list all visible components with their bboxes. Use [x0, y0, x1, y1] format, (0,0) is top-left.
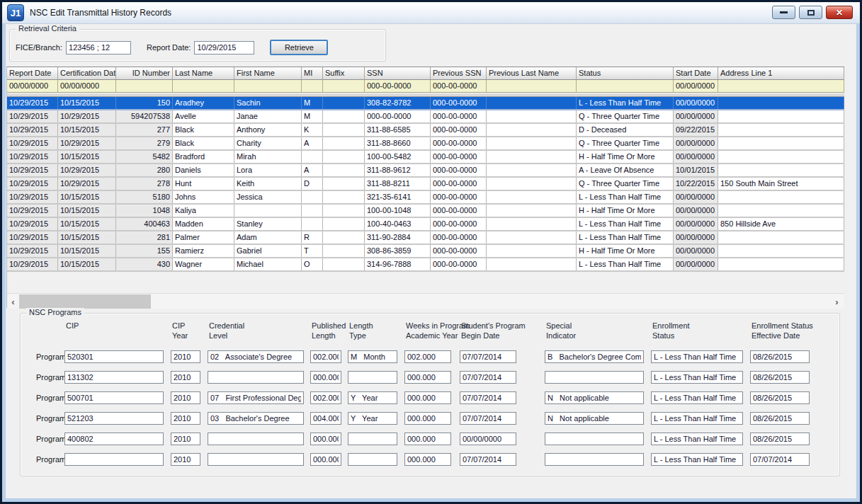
program-4-credential-input[interactable] [208, 412, 304, 425]
program-1-special-input[interactable] [545, 350, 644, 363]
program-6-weeks-input[interactable] [404, 453, 451, 466]
grid-row[interactable]: 10/29/201510/15/2015430WagnerMichaelO314… [7, 258, 844, 272]
program-5-enrollment-input[interactable] [651, 433, 743, 445]
program-2-enrollment-input[interactable] [651, 371, 743, 384]
program-4-published-input[interactable] [310, 412, 341, 425]
program-5-credential-input[interactable] [208, 433, 304, 445]
grid-row[interactable]: 10/29/201510/15/2015281PalmerAdamR311-90… [7, 231, 844, 245]
scroll-right-arrow-icon[interactable]: › [831, 294, 843, 309]
column-header-ssn[interactable]: SSN [365, 67, 431, 80]
program-3-weeks-input[interactable] [404, 391, 451, 404]
program-5-published-input[interactable] [310, 433, 341, 445]
program-2-special-input[interactable] [545, 371, 644, 384]
filter-cell-previous-last-name[interactable] [487, 80, 577, 93]
grid-row[interactable]: 10/29/201510/15/20155482BradfordMirah100… [7, 151, 844, 164]
retrieve-button[interactable]: Retrieve [270, 40, 328, 55]
column-header-first-name[interactable]: First Name [234, 67, 302, 80]
program-6-cip-year-input[interactable] [171, 453, 200, 466]
grid-row[interactable]: 10/29/201510/15/20151048Kaliya100-00-104… [7, 205, 844, 218]
scrollbar-thumb[interactable] [19, 294, 151, 309]
column-header-address-line-1[interactable]: Address Line 1 [718, 67, 844, 80]
program-1-credential-input[interactable] [208, 350, 304, 363]
filter-cell-report-date[interactable]: 00/00/0000 [7, 80, 58, 93]
program-3-begin-date-input[interactable] [460, 391, 516, 404]
program-3-enrollment-input[interactable] [651, 391, 743, 404]
program-2-length-type-input[interactable] [348, 371, 397, 384]
grid-row[interactable]: 10/29/201510/15/2015277BlackAnthonyK311-… [7, 124, 844, 137]
minimize-button[interactable] [772, 6, 795, 19]
filter-cell-last-name[interactable] [173, 80, 234, 93]
program-2-cip-input[interactable] [64, 371, 164, 384]
program-3-published-input[interactable] [310, 391, 341, 404]
column-header-start-date[interactable]: Start Date [674, 67, 718, 80]
filter-cell-first-name[interactable] [234, 80, 302, 93]
program-4-effective-input[interactable] [750, 412, 810, 425]
program-5-cip-year-input[interactable] [171, 433, 200, 445]
program-2-begin-date-input[interactable] [460, 371, 516, 384]
horizontal-scrollbar[interactable]: ‹ › [7, 293, 844, 309]
column-header-previous-last-name[interactable]: Previous Last Name [487, 67, 577, 80]
program-3-credential-input[interactable] [208, 391, 304, 404]
scroll-left-arrow-icon[interactable]: ‹ [7, 294, 19, 309]
program-5-special-input[interactable] [545, 433, 644, 445]
program-6-begin-date-input[interactable] [460, 453, 516, 466]
grid-row[interactable]: 10/29/201510/15/20155180JohnsJessica321-… [7, 191, 844, 205]
program-6-cip-input[interactable] [64, 453, 164, 466]
program-3-length-type-input[interactable] [348, 391, 397, 404]
report-date-input[interactable] [194, 41, 254, 55]
grid-row[interactable]: 10/29/201510/15/2015155RamierzGabrielT30… [7, 245, 844, 258]
filter-cell-ssn[interactable]: 000-00-0000 [365, 80, 431, 93]
program-2-effective-input[interactable] [750, 371, 810, 384]
filter-cell-suffix[interactable] [323, 80, 365, 93]
program-4-cip-year-input[interactable] [171, 412, 200, 425]
program-4-cip-input[interactable] [64, 412, 164, 425]
grid-row[interactable]: 10/29/201510/29/2015280DanielsLoraA311-8… [7, 164, 844, 178]
program-4-length-type-input[interactable] [348, 412, 397, 425]
maximize-button[interactable] [799, 6, 822, 19]
program-1-length-type-input[interactable] [348, 350, 397, 363]
program-1-cip-input[interactable] [64, 350, 164, 363]
close-button[interactable]: ✕ [826, 6, 853, 19]
program-2-cip-year-input[interactable] [171, 371, 200, 384]
filter-cell-mi[interactable] [302, 80, 323, 93]
grid-row[interactable]: 10/29/201510/15/2015150AradheySachinM308… [7, 97, 844, 110]
program-3-cip-year-input[interactable] [171, 391, 200, 404]
column-header-id-number[interactable]: ID Number [116, 67, 173, 80]
column-header-certification-date[interactable]: Certification Date [58, 67, 116, 80]
program-1-begin-date-input[interactable] [460, 350, 516, 363]
program-3-cip-input[interactable] [64, 391, 164, 404]
program-6-effective-input[interactable] [750, 453, 810, 466]
program-3-special-input[interactable] [545, 391, 644, 404]
column-header-status[interactable]: Status [577, 67, 674, 80]
program-2-credential-input[interactable] [208, 371, 304, 384]
column-header-last-name[interactable]: Last Name [173, 67, 234, 80]
program-3-effective-input[interactable] [750, 391, 810, 404]
program-2-published-input[interactable] [310, 371, 341, 384]
column-header-previous-ssn[interactable]: Previous SSN [431, 67, 487, 80]
program-5-effective-input[interactable] [750, 433, 810, 445]
grid-row[interactable]: 10/29/201510/15/2015400463MaddenStanley1… [7, 218, 844, 231]
program-4-begin-date-input[interactable] [460, 412, 516, 425]
column-header-suffix[interactable]: Suffix [323, 67, 365, 80]
filter-cell-certification-date[interactable]: 00/00/0000 [58, 80, 116, 93]
program-1-enrollment-input[interactable] [651, 350, 743, 363]
filter-cell-id-number[interactable] [116, 80, 173, 93]
fice-branch-input[interactable] [66, 41, 131, 55]
program-4-enrollment-input[interactable] [651, 412, 743, 425]
filter-cell-address-line-1[interactable] [718, 80, 844, 93]
filter-cell-start-date[interactable]: 00/00/0000 [674, 80, 718, 93]
program-6-enrollment-input[interactable] [651, 453, 743, 466]
program-5-cip-input[interactable] [64, 433, 164, 445]
program-2-weeks-input[interactable] [404, 371, 451, 384]
column-header-report-date[interactable]: Report Date [7, 67, 58, 80]
program-5-length-type-input[interactable] [348, 433, 397, 445]
program-5-weeks-input[interactable] [404, 433, 451, 445]
filter-cell-previous-ssn[interactable]: 000-00-0000 [431, 80, 487, 93]
program-1-weeks-input[interactable] [404, 350, 451, 363]
program-1-cip-year-input[interactable] [171, 350, 200, 363]
program-4-special-input[interactable] [545, 412, 644, 425]
program-4-weeks-input[interactable] [404, 412, 451, 425]
program-1-effective-input[interactable] [750, 350, 810, 363]
grid-row[interactable]: 10/29/201510/29/2015278HuntKeithD311-88-… [7, 178, 844, 191]
program-5-begin-date-input[interactable] [460, 433, 516, 445]
